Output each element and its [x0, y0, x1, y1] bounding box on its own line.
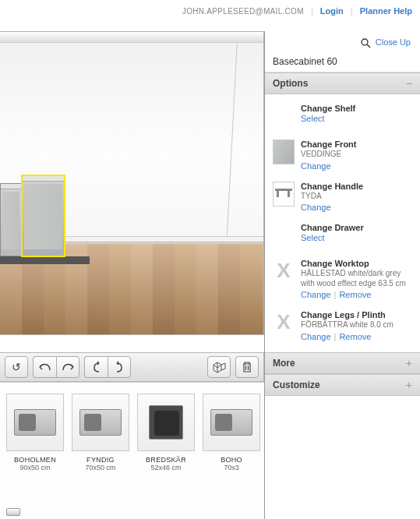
option-row: Change HandleTYDAChange — [265, 177, 420, 219]
catalog-item-name: BOHO — [203, 456, 260, 464]
catalog-item-name: BOHOLMEN — [6, 456, 64, 464]
option-thumb — [273, 104, 295, 129]
cabinet[interactable] — [0, 183, 22, 256]
option-thumb — [273, 223, 295, 248]
svg-point-0 — [362, 39, 368, 45]
option-subtitle: HÄLLESTAD white/dark grey with wood effe… — [301, 269, 412, 288]
option-thumb — [273, 182, 295, 207]
rotate-left-button[interactable] — [84, 356, 108, 378]
selected-item-title: Basecabinet 60 — [265, 53, 420, 72]
option-row: Change DrawerSelect — [265, 218, 420, 254]
delete-button[interactable] — [235, 356, 259, 378]
option-subtitle: FÖRBÄTTRA white 8.0 cm — [301, 320, 412, 330]
option-subtitle: VEDDINGE — [301, 150, 412, 160]
change-link[interactable]: Change — [301, 290, 331, 299]
catalog: BOHOLMEN90x50 cmFYNDIG70x50 cmBREDSKÄR52… — [0, 382, 264, 519]
rotate-right-button[interactable] — [108, 356, 131, 378]
option-title: Change Front — [301, 139, 412, 149]
option-row: Change ShelfSelect — [265, 99, 420, 135]
option-thumb: X — [273, 310, 295, 335]
option-thumb: X — [273, 259, 295, 284]
toolbar: ↺ — [0, 352, 264, 382]
top-bar: JOHN.APPLESEED@MAIL.COM | Login | Planne… — [0, 0, 420, 22]
catalog-item[interactable]: BOHO70x3 — [203, 394, 260, 508]
catalog-item-dim: 90x50 cm — [6, 464, 64, 471]
help-link[interactable]: Planner Help — [360, 6, 412, 16]
catalog-item[interactable]: BOHOLMEN90x50 cm — [6, 394, 64, 508]
room-viewport[interactable] — [0, 31, 264, 335]
option-subtitle: TYDA — [301, 192, 412, 202]
catalog-item[interactable]: BREDSKÄR52x46 cm — [137, 394, 195, 508]
change-link[interactable]: Change — [301, 332, 331, 341]
select-link[interactable]: Select — [301, 114, 325, 123]
closeup-link[interactable]: Close Up — [376, 37, 411, 47]
redo-button[interactable] — [56, 356, 79, 378]
option-title: Change Worktop — [301, 259, 412, 268]
remove-link[interactable]: Remove — [339, 290, 371, 299]
option-title: Change Drawer — [301, 223, 412, 232]
change-link[interactable]: Change — [301, 161, 331, 171]
option-row: XChange WorktopHÄLLESTAD white/dark grey… — [265, 254, 420, 305]
expand-icon: + — [406, 357, 412, 369]
select-link[interactable]: Select — [301, 233, 325, 242]
option-title: Change Handle — [301, 182, 412, 191]
change-link[interactable]: Change — [301, 203, 331, 212]
remove-link[interactable]: Remove — [339, 332, 371, 341]
side-panel: Close Up Basecabinet 60 Options − Change… — [265, 31, 420, 519]
option-thumb — [273, 139, 295, 164]
catalog-item-dim: 70x3 — [203, 464, 260, 471]
catalog-item-name: BREDSKÄR — [137, 456, 195, 464]
option-title: Change Legs / Plinth — [301, 310, 412, 320]
reset-button[interactable]: ↺ — [5, 356, 28, 378]
view-3d-button[interactable] — [207, 356, 231, 378]
undo-button[interactable] — [33, 356, 56, 378]
section-options[interactable]: Options − — [265, 72, 420, 94]
magnify-icon — [360, 37, 371, 48]
catalog-item[interactable]: FYNDIG70x50 cm — [72, 394, 129, 508]
user-email: JOHN.APPLESEED@MAIL.COM — [182, 7, 304, 16]
option-row: XChange Legs / PlinthFÖRBÄTTRA white 8.0… — [265, 305, 420, 348]
login-link[interactable]: Login — [320, 6, 344, 16]
svg-line-1 — [367, 44, 370, 48]
expand-icon: + — [406, 379, 412, 391]
section-more[interactable]: More + — [265, 352, 420, 374]
catalog-item-dim: 70x50 cm — [72, 464, 129, 471]
section-customize[interactable]: Customize + — [265, 374, 420, 396]
cabinet-selected[interactable] — [22, 175, 65, 256]
option-row: Change FrontVEDDINGEChange — [265, 135, 420, 177]
option-title: Change Shelf — [301, 104, 412, 113]
catalog-item-name: FYNDIG — [72, 456, 129, 464]
collapse-icon: − — [406, 77, 412, 90]
catalog-item-dim: 52x46 cm — [137, 464, 195, 471]
